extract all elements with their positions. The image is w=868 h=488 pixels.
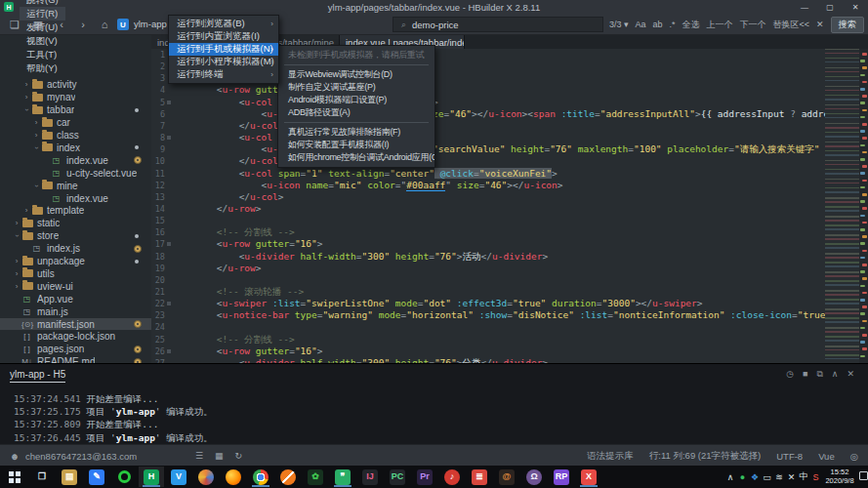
taskbar-wechat-button[interactable]: ❞ xyxy=(330,467,355,487)
collapse-arrow-icon[interactable]: › xyxy=(22,106,31,114)
tree-item-class[interactable]: ›class xyxy=(0,129,151,142)
menu-item-6[interactable]: 发行(U) xyxy=(20,20,65,34)
expand-arrow-icon[interactable]: › xyxy=(22,206,30,215)
syntax-lib-label[interactable]: 语法提示库 xyxy=(587,450,634,463)
sogou-icon[interactable]: S xyxy=(810,466,822,488)
search-button[interactable]: 搜索 xyxy=(831,17,864,33)
volume-muted-icon[interactable]: ✕ xyxy=(786,466,798,488)
tree-item-mine[interactable]: ›mine xyxy=(0,180,151,192)
maximize-button[interactable]: ▢ xyxy=(817,0,843,14)
submenu-item[interactable]: 如何安装配置手机模拟器(I) xyxy=(278,139,434,151)
run-menu-item-2[interactable]: 运行到手机或模拟器(N)› xyxy=(169,43,278,56)
tree-item-uview-ui[interactable]: ›uview-ui xyxy=(0,280,151,293)
collapse-arrow-icon[interactable]: › xyxy=(13,232,21,240)
tree-item-utils[interactable]: ›utils xyxy=(0,267,151,280)
expand-arrow-icon[interactable]: › xyxy=(13,282,21,291)
tree-item-store[interactable]: ›store xyxy=(0,229,151,242)
case-sensitive-button[interactable]: Aa xyxy=(636,20,646,29)
tree-item-activity[interactable]: ›activity xyxy=(0,79,151,92)
taskbar-leaf-app-button[interactable]: ✿ xyxy=(303,467,328,487)
tree-item-main.js[interactable]: ◳main.js xyxy=(0,305,151,318)
tree-item-car[interactable]: ›car xyxy=(0,116,151,129)
taskbar-intellij-idea-button[interactable]: IJ xyxy=(357,467,383,487)
taskbar-clock[interactable]: 15:52 2020/9/8 xyxy=(819,468,860,485)
tree-item-index[interactable]: ›index xyxy=(0,142,151,154)
expand-arrow-icon[interactable]: › xyxy=(22,80,30,89)
menu-item-4[interactable]: 跳转(G) xyxy=(20,0,65,7)
tray-expand-icon[interactable]: ∧ xyxy=(724,466,736,488)
submenu-item[interactable]: 制作自定义调试基座(P) xyxy=(278,81,434,94)
tree-item-package-lock.json[interactable]: [ ]package-lock.json xyxy=(0,331,151,344)
taskbar-premiere-button[interactable]: Pr xyxy=(412,467,437,487)
collapse-panel-icon[interactable]: ∧ xyxy=(832,369,839,380)
find-next-button[interactable]: 下一个 xyxy=(740,19,766,31)
battery-icon[interactable]: ▭ xyxy=(762,466,773,488)
taskbar-github-desktop-button[interactable]: Ω xyxy=(521,467,547,487)
run-menu-item-1[interactable]: 运行到内置浏览器(I) xyxy=(169,30,278,43)
sync-icon[interactable]: ↻ xyxy=(235,451,243,461)
nav-forward-icon[interactable]: › xyxy=(74,17,92,32)
match-count[interactable]: 3/3 ▾ xyxy=(609,20,629,29)
timer-icon[interactable]: ◷ xyxy=(786,369,794,380)
project-selector[interactable]: ylm-app xyxy=(134,19,167,29)
tree-item-tabbar[interactable]: ›tabbar xyxy=(0,103,151,116)
outline-icon[interactable]: ☰ xyxy=(195,451,203,461)
tree-item-unpackage[interactable]: ›unpackage xyxy=(0,255,151,267)
taskbar-file-explorer-button[interactable]: ▤ xyxy=(57,467,82,487)
security-shield-icon[interactable]: ❖ xyxy=(749,466,761,488)
language-mode-label[interactable]: Vue xyxy=(818,451,835,462)
close-panel-icon[interactable]: ✕ xyxy=(847,369,854,380)
menu-run[interactable]: 运行(R) xyxy=(20,7,65,20)
submenu-item[interactable]: 真机运行常见故障排除指南(F) xyxy=(278,126,434,139)
wifi-icon[interactable]: ≋ xyxy=(773,466,785,488)
taskbar-pycharm-button[interactable]: PC xyxy=(385,467,410,487)
tree-item-pages.json[interactable]: [ ]pages.json xyxy=(0,343,151,355)
overview-ruler[interactable] xyxy=(859,49,868,363)
tree-item-template[interactable]: ›template xyxy=(0,205,151,218)
expand-arrow-icon[interactable]: › xyxy=(13,257,21,265)
search-input[interactable]: ⌕ demo-price xyxy=(393,17,603,32)
tree-item-readme.md[interactable]: M↓README.md xyxy=(0,355,151,363)
action-center-icon[interactable] xyxy=(859,471,868,480)
expand-arrow-icon[interactable]: › xyxy=(32,131,40,140)
fold-marker-icon[interactable] xyxy=(167,101,171,104)
collapse-arrow-icon[interactable]: › xyxy=(32,143,41,151)
menu-item-9[interactable]: 帮助(Y) xyxy=(20,61,65,75)
taskbar-firefox-button[interactable] xyxy=(221,467,246,487)
code-editor[interactable]: 1<template>2 <view>34 <u-row gutter="16"… xyxy=(151,49,868,363)
collapse-arrow-icon[interactable]: › xyxy=(32,182,41,189)
tree-item-index.vue[interactable]: ◳index.vue xyxy=(0,154,151,167)
taskbar-chrome-button[interactable] xyxy=(248,467,273,487)
tree-item-index.vue[interactable]: ◳index.vue xyxy=(0,192,151,205)
clear-console-icon[interactable]: ⧉ xyxy=(816,369,822,380)
minimap[interactable] xyxy=(825,49,859,363)
select-all-button[interactable]: 全选 xyxy=(682,19,700,31)
fold-marker-icon[interactable] xyxy=(167,136,171,140)
run-menu-item-0[interactable]: 运行到浏览器(B)› xyxy=(169,18,278,30)
menu-item-8[interactable]: 工具(T) xyxy=(20,48,65,61)
close-button[interactable]: ✕ xyxy=(843,0,868,14)
find-close-button[interactable]: ✕ xyxy=(816,20,824,29)
tree-item-mynav[interactable]: ›mynav xyxy=(0,91,151,103)
submenu-item[interactable]: Android模拟器端口设置(P) xyxy=(278,94,434,106)
replace-toggle-button[interactable]: 替换区<< xyxy=(773,19,810,31)
fold-marker-icon[interactable] xyxy=(167,349,171,353)
taskbar-task-view-button[interactable]: ❐ xyxy=(29,467,55,487)
fold-marker-icon[interactable] xyxy=(167,242,171,246)
submenu-item[interactable]: 显示Webview调试控制台(D) xyxy=(278,68,434,81)
submenu-item[interactable]: 如何用chrome控制台调试Android应用(C) xyxy=(278,151,434,164)
cursor-position-label[interactable]: 行:11 列:69 (21字符被选择) xyxy=(649,450,761,463)
expand-arrow-icon[interactable]: › xyxy=(13,269,21,278)
tree-item-manifest.json[interactable]: {⊙}manifest.json xyxy=(0,318,151,331)
tree-item-index.js[interactable]: ◳index.js xyxy=(0,242,151,255)
run-menu-item-3[interactable]: 运行到小程序模拟器(M)› xyxy=(169,56,278,68)
taskbar-xmind-button[interactable]: X xyxy=(576,467,601,487)
taskbar-orange-app-button[interactable] xyxy=(275,467,301,487)
minimize-button[interactable]: — xyxy=(792,0,817,14)
taskbar-axure-rp-button[interactable]: RP xyxy=(549,467,574,487)
panel-icon[interactable]: ▦ xyxy=(215,451,224,461)
taskbar-recorder-app-button[interactable] xyxy=(111,467,137,487)
run-menu-item-4[interactable]: 运行到终端› xyxy=(169,68,278,81)
taskbar-notes-app-button[interactable]: ✎ xyxy=(84,467,109,487)
notification-bell-icon[interactable]: ◎ xyxy=(850,451,858,462)
